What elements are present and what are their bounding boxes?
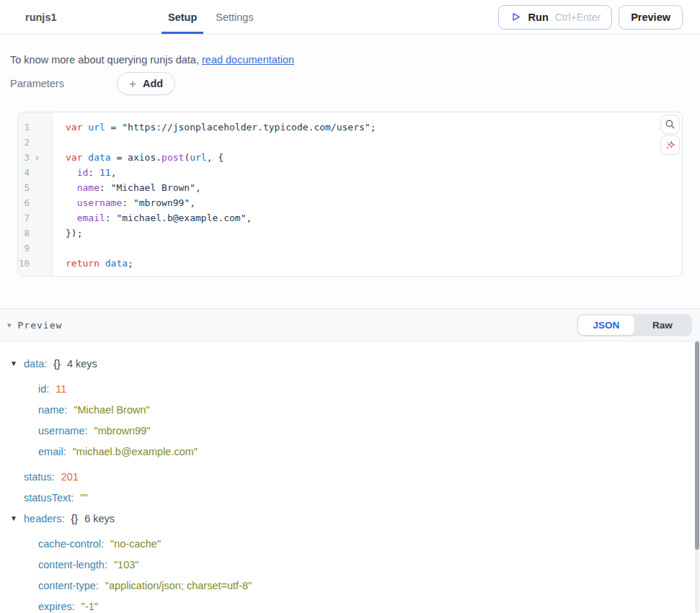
parameters-label: Parameters [10,78,117,89]
json-key: username: [38,425,88,437]
preview-body: ▼data:{}4 keysid:11name:"Michael Brown"u… [0,341,700,613]
json-value: "-1" [81,601,98,612]
toggle-json[interactable]: JSON [578,316,634,335]
query-title[interactable]: runjs1 [25,0,161,34]
doc-hint-text: To know more about querying runjs data, [10,54,199,66]
json-key: headers: [24,513,64,524]
toggle-raw[interactable]: Raw [634,316,691,335]
topbar-actions: Run Ctrl+Enter Preview [498,0,700,34]
line-number: 8 [18,225,52,241]
search-button[interactable] [660,115,680,134]
run-button-label: Run [528,12,549,23]
json-value: "no-cache" [110,538,161,550]
scrollbar-thumb[interactable] [695,341,699,550]
expand-triangle-icon[interactable]: ▼ [10,514,17,522]
code-line: }); [66,225,682,241]
parameters-row: Parameters + Add [10,72,700,95]
line-number: 5 [18,180,52,195]
code-line [66,241,682,256]
json-key: status: [24,471,55,483]
editor-code[interactable]: var url = "https://jsonplaceholder.typic… [53,112,682,276]
line-number: 1 [18,120,52,135]
code-editor[interactable]: 123∨45678910 var url = "https://jsonplac… [17,112,683,277]
json-key: name: [38,404,67,416]
preview-section-label: Preview [18,320,63,331]
json-value: "michael.b@example.com" [73,446,198,457]
code-line [66,135,682,150]
add-button-label: Add [143,78,163,89]
json-value: "application/json; charset=utf-8" [105,580,252,591]
code-line: email: "michael.b@example.com", [66,210,682,225]
setup-pane: To know more about querying runjs data, … [0,35,700,308]
scrollbar-track[interactable] [695,341,699,613]
json-row: username:"mbrown99" [0,420,700,441]
json-key: content-type: [38,580,99,591]
play-icon [510,11,522,23]
preview-section: ▾ Preview JSON Raw ▼data:{}4 keysid:11na… [0,308,700,613]
json-row: content-length:"103" [0,554,700,575]
json-row[interactable]: ▼headers:{}6 keys [0,508,700,529]
json-value: 201 [61,471,79,483]
json-row[interactable]: ▼data:{}4 keys [0,353,700,374]
line-number: 2 [18,135,52,150]
code-line: name: "Michael Brown", [66,180,682,195]
run-shortcut: Ctrl+Enter [555,12,601,23]
json-row: email:"michael.b@example.com" [0,441,700,462]
json-key: content-length: [38,559,107,571]
run-button[interactable]: Run Ctrl+Enter [498,5,613,30]
json-key: id: [38,383,49,395]
json-key: expires: [38,601,75,612]
code-line: var data = axios.post(url, { [66,150,682,165]
add-parameter-button[interactable]: + Add [117,72,175,95]
topbar: runjs1 Setup Settings Run Ctrl+Enter Pre… [0,0,700,35]
tab-setup[interactable]: Setup [161,0,203,34]
json-row: expires:"-1" [0,596,700,613]
json-tree: ▼data:{}4 keysid:11name:"Michael Brown"u… [0,341,700,613]
json-value: "Michael Brown" [74,404,149,416]
search-icon [665,119,675,130]
json-row: cache-control:"no-cache" [0,533,700,554]
read-documentation-link[interactable]: read documentation [202,54,294,66]
json-row: name:"Michael Brown" [0,399,700,420]
json-key: data: [24,358,47,370]
plus-icon: + [129,78,136,90]
preview-header: ▾ Preview JSON Raw [0,309,700,341]
json-value: "103" [114,559,139,571]
json-key: email: [38,446,66,457]
json-key-count: 4 keys [67,358,97,370]
ai-assistant-button[interactable] [660,135,680,155]
tab-bar: Setup Settings [161,0,260,34]
ai-sparkle-icon [665,140,676,151]
collapse-triangle-icon[interactable]: ▾ [7,321,12,330]
json-row: statusText:"" [0,487,700,508]
response-format-toggle: JSON Raw [577,314,692,336]
editor-toolbar [660,115,680,155]
json-key-count: 6 keys [84,513,115,524]
json-value: 11 [56,383,66,395]
json-row: id:11 [0,378,700,399]
json-value: "mbrown99" [94,425,151,437]
fold-chevron-icon[interactable]: ∨ [35,151,39,166]
expand-triangle-icon[interactable]: ▼ [10,359,17,367]
json-braces: {} [53,358,61,370]
json-row: status:201 [0,466,700,487]
line-number: 7 [18,210,52,225]
tab-setup-label: Setup [168,12,197,23]
doc-hint: To know more about querying runjs data, … [0,35,700,66]
json-key: cache-control: [38,538,104,550]
tab-settings[interactable]: Settings [209,0,260,34]
json-braces: {} [71,513,78,524]
line-number: 6 [18,195,52,210]
code-line: return data; [66,256,682,271]
line-number: 4 [18,165,52,180]
json-row: content-type:"application/json; charset=… [0,575,700,596]
code-line: id: 11, [66,165,682,180]
json-value: "" [80,492,87,504]
line-number: 3∨ [18,150,52,165]
editor-gutter: 123∨45678910 [18,112,53,276]
preview-button[interactable]: Preview [619,5,683,30]
code-line: var url = "https://jsonplaceholder.typic… [66,120,682,135]
json-key: statusText: [24,492,74,504]
line-number: 9 [18,241,52,256]
tab-settings-label: Settings [216,12,253,23]
